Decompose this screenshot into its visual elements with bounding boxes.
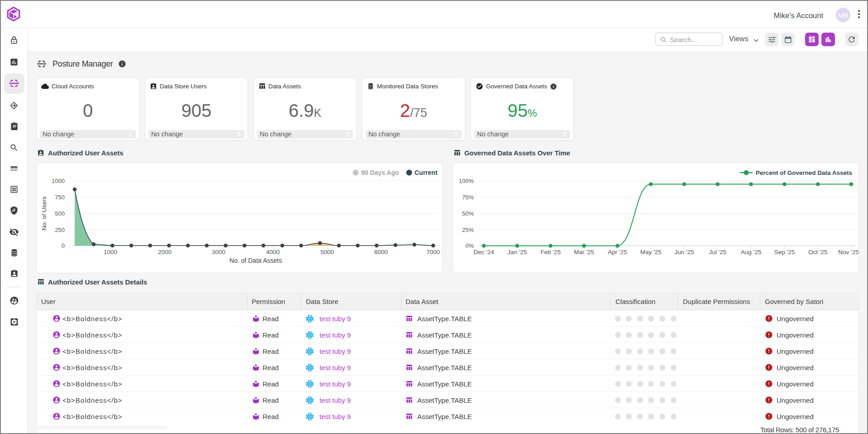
svg-text:4000: 4000	[266, 249, 280, 256]
svg-text:Jun '25: Jun '25	[674, 249, 694, 256]
svg-text:6000: 6000	[374, 249, 388, 256]
svg-text:3000: 3000	[212, 249, 225, 256]
svg-text:500: 500	[55, 210, 65, 217]
svg-text:25%: 25%	[462, 227, 474, 233]
svg-text:1000: 1000	[52, 178, 65, 184]
svg-text:Feb '25: Feb '25	[540, 249, 561, 256]
svg-text:Mar '25: Mar '25	[574, 249, 594, 256]
svg-text:50%: 50%	[462, 210, 474, 217]
svg-text:5000: 5000	[320, 249, 334, 256]
svg-text:Percent of Governed Data Asset: Percent of Governed Data Assets	[756, 169, 852, 176]
svg-text:Jul '25: Jul '25	[709, 249, 726, 256]
svg-text:0: 0	[62, 242, 65, 249]
svg-text:Oct '25: Oct '25	[808, 249, 827, 256]
svg-text:7000: 7000	[426, 249, 440, 256]
svg-text:250: 250	[55, 227, 65, 233]
svg-text:Jan '25: Jan '25	[507, 249, 527, 256]
svg-text:Current: Current	[415, 169, 438, 176]
svg-text:75%: 75%	[462, 194, 474, 201]
svg-text:750: 750	[55, 194, 65, 201]
svg-text:Dec '24: Dec '24	[473, 249, 494, 256]
svg-text:90 Days Ago: 90 Days Ago	[361, 169, 399, 176]
svg-text:100%: 100%	[459, 178, 474, 184]
svg-text:Apr '25: Apr '25	[608, 249, 627, 256]
svg-text:1000: 1000	[104, 249, 117, 256]
svg-text:Nov '25: Nov '25	[838, 249, 858, 256]
svg-text:No. of Users: No. of Users	[41, 196, 48, 230]
svg-text:No. of Data Assets: No. of Data Assets	[229, 257, 282, 264]
svg-text:2000: 2000	[158, 249, 172, 256]
svg-text:May '25: May '25	[640, 249, 662, 256]
svg-text:0%: 0%	[465, 242, 474, 249]
svg-text:Sep '25: Sep '25	[774, 249, 795, 256]
svg-text:Aug '25: Aug '25	[741, 249, 761, 256]
